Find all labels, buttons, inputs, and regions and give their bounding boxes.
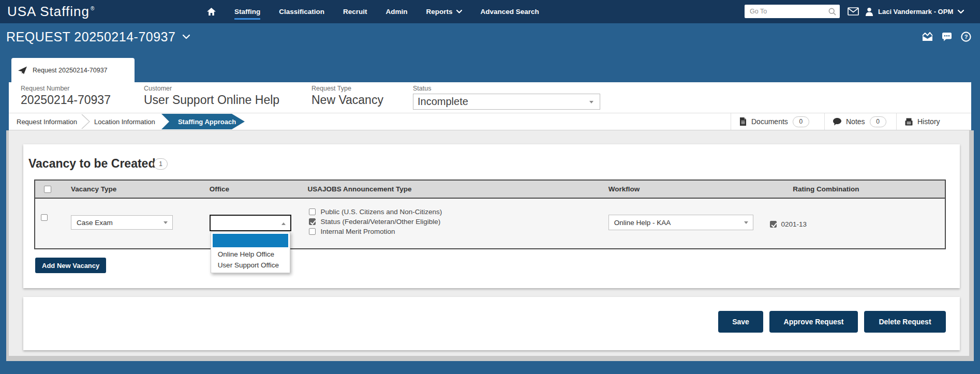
search-icon[interactable]: [828, 8, 836, 16]
chat-icon[interactable]: [942, 32, 952, 41]
step-staffing-approach[interactable]: Staffing Approach: [161, 114, 245, 129]
col-vacancy-type: Vacancy Type: [67, 181, 205, 198]
goto-search: [745, 5, 840, 18]
field-request-number: Request Number 20250214-70937: [21, 82, 111, 107]
app-logo-text: USA Staffing: [7, 4, 90, 20]
status-label: Status: [413, 85, 431, 92]
request-summary: Request Number 20250214-70937 Customer U…: [9, 82, 971, 113]
office-option[interactable]: Online Help Office: [211, 249, 290, 260]
public-checkbox[interactable]: [309, 208, 316, 215]
approve-request-button[interactable]: Approve Request: [769, 311, 858, 333]
user-name: Laci Vandermark - OPM: [878, 8, 953, 16]
usa-staffing-page: USA Staffing® Staffing Classification Re…: [0, 0, 980, 374]
request-number-value: 20250214-70937: [21, 93, 111, 107]
documents-button[interactable]: Documents 0: [731, 113, 824, 130]
status-select[interactable]: Incomplete: [413, 94, 600, 110]
customer-label: Customer: [144, 85, 279, 92]
status-value: Incomplete: [418, 96, 468, 108]
notes-count-badge: 0: [870, 116, 886, 127]
office-dropdown-list: Online Help Office User Support Office: [211, 232, 290, 273]
actions-card: Save Approve Request Delete Request: [23, 297, 960, 350]
vacancy-table-header: Vacancy Type Office USAJOBS Announcement…: [34, 179, 946, 199]
request-type-label: Request Type: [311, 85, 383, 92]
app-logo[interactable]: USA Staffing®: [7, 0, 95, 23]
step-request-information[interactable]: Request Information: [17, 113, 77, 130]
workflow-select[interactable]: Online Help - KAA: [608, 215, 753, 230]
customer-value: User Support Online Help: [144, 93, 279, 107]
history-button[interactable]: History: [896, 113, 969, 130]
request-header-bar: REQUEST 20250214-70937 ?: [0, 23, 980, 50]
nav-reports[interactable]: Reports: [426, 8, 462, 16]
office-select[interactable]: [210, 215, 291, 231]
svg-text:?: ?: [964, 34, 968, 40]
row-checkbox[interactable]: [41, 214, 48, 221]
main-nav: Staffing Classification Recruit Admin Re…: [207, 0, 539, 23]
announcement-option-status[interactable]: Status (Federal/Veteran/Other Eligible): [309, 218, 604, 226]
documents-count-badge: 0: [793, 116, 809, 127]
notes-button[interactable]: Notes 0: [824, 113, 896, 130]
request-type-value: New Vacancy: [311, 93, 383, 107]
request-number-label: Request Number: [21, 85, 111, 92]
main-content: Vacancy to be Created 1 Vacancy Type Off…: [6, 130, 974, 361]
field-status: Status: [413, 82, 431, 92]
request-tab[interactable]: Request 20250214-70937: [11, 58, 135, 82]
request-tools: Documents 0 Notes 0 History: [731, 113, 969, 130]
tab-strip: Request 20250214-70937: [0, 50, 980, 82]
request-tab-label: Request 20250214-70937: [33, 67, 108, 74]
rating-combination[interactable]: 0201-13: [770, 220, 945, 228]
internal-merit-checkbox[interactable]: [309, 228, 316, 235]
save-button[interactable]: Save: [718, 311, 763, 333]
vacancy-card: Vacancy to be Created 1 Vacancy Type Off…: [23, 144, 960, 288]
announcement-option-internal[interactable]: Internal Merit Promotion: [309, 228, 604, 235]
chevron-down-icon: [456, 10, 462, 13]
office-option[interactable]: User Support Office: [211, 260, 290, 271]
nav-staffing[interactable]: Staffing: [234, 8, 260, 16]
add-new-vacancy-button[interactable]: Add New Vacancy: [35, 258, 106, 273]
paper-plane-icon: [18, 66, 27, 74]
nav-classification[interactable]: Classification: [279, 8, 324, 16]
delete-request-button[interactable]: Delete Request: [864, 311, 946, 333]
request-bar-icons: ?: [922, 23, 971, 50]
vacancy-count-badge: 1: [154, 158, 168, 170]
chevron-down-icon: [183, 35, 190, 39]
home-icon: [207, 8, 216, 16]
status-checkbox[interactable]: [309, 218, 316, 225]
col-rating-combination: Rating Combination: [766, 181, 945, 198]
field-customer: Customer User Support Online Help: [144, 82, 279, 107]
chevron-down-icon: [958, 10, 964, 14]
vacancy-row: Case Exam Online Help Office User Suppor…: [34, 199, 946, 249]
nav-advanced-search[interactable]: Advanced Search: [481, 8, 539, 16]
note-icon: [833, 118, 841, 126]
vacancy-type-select[interactable]: Case Exam: [71, 215, 173, 230]
nav-admin[interactable]: Admin: [386, 8, 408, 16]
mail-icon[interactable]: [848, 7, 859, 18]
document-icon: [739, 117, 747, 126]
request-title[interactable]: REQUEST 20250214-70937: [6, 23, 190, 50]
top-navbar: USA Staffing® Staffing Classification Re…: [0, 0, 980, 23]
select-all-checkbox[interactable]: [44, 186, 51, 193]
step-location-information[interactable]: Location Information: [94, 113, 155, 130]
vacancy-section-title: Vacancy to be Created: [28, 157, 155, 171]
vacancy-table: Vacancy Type Office USAJOBS Announcement…: [34, 179, 946, 249]
col-usajobs-announcement-type: USAJOBS Announcement Type: [303, 181, 604, 198]
rating-checkbox[interactable]: [770, 221, 777, 228]
nav-recruit[interactable]: Recruit: [343, 8, 367, 16]
office-option-blank[interactable]: [213, 234, 288, 247]
registered-mark: ®: [91, 6, 95, 11]
announcement-option-public[interactable]: Public (U.S. Citizens and Non-Citizens): [309, 208, 604, 216]
goto-input[interactable]: [745, 5, 840, 18]
nav-home[interactable]: [207, 8, 216, 16]
help-icon[interactable]: ?: [961, 32, 971, 42]
step-navigation: Request Information Location Information…: [9, 113, 971, 130]
step-separator-icon: [81, 114, 91, 129]
field-request-type: Request Type New Vacancy: [311, 82, 383, 107]
history-icon: [905, 118, 913, 126]
user-menu[interactable]: Laci Vandermark - OPM: [865, 0, 964, 23]
col-workflow: Workflow: [604, 181, 766, 198]
user-icon: [865, 7, 873, 16]
col-office: Office: [205, 181, 304, 198]
alerts-icon[interactable]: [922, 32, 933, 41]
